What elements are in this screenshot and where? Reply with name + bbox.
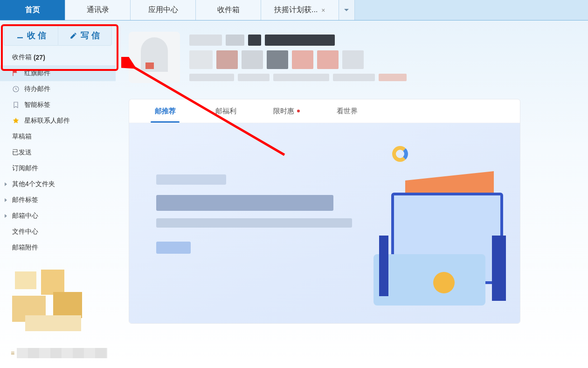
- tab-home[interactable]: 首页: [0, 0, 65, 20]
- close-icon[interactable]: ×: [321, 7, 325, 14]
- sidebar-item-star-contacts[interactable]: 星标联系人邮件: [0, 113, 116, 129]
- profile-header-blurred: [129, 32, 575, 86]
- sidebar-item-mail-center[interactable]: 邮箱中心: [0, 208, 116, 224]
- sidebar-item-smart-tag[interactable]: 智能标签: [0, 97, 116, 113]
- sidebar-item-label: 邮件标签: [12, 196, 38, 204]
- profile-info-blurred: [189, 32, 575, 86]
- sidebar-item-sent[interactable]: 已发送: [0, 145, 116, 160]
- sidebar-item-label: 待办邮件: [24, 85, 50, 93]
- flag-icon: [12, 69, 20, 77]
- star-icon: [12, 117, 20, 125]
- sidebar-item-label: 其他4个文件夹: [12, 180, 55, 188]
- sidebar-item-file-center[interactable]: 文件中心: [0, 224, 116, 240]
- sidebar-item-drafts[interactable]: 草稿箱: [0, 129, 116, 145]
- card-tab-recommend[interactable]: 邮推荐: [135, 99, 195, 123]
- card-tab-label: 看世界: [337, 107, 358, 116]
- card-tab-limited[interactable]: 限时惠: [256, 99, 317, 123]
- tab-inbox-label: 收件箱: [217, 5, 240, 15]
- chevron-right-icon: [4, 198, 8, 202]
- sidebar-item-label: 邮箱附件: [12, 243, 38, 252]
- sidebar-item-flagged[interactable]: 红旗邮件: [0, 65, 116, 81]
- chevron-right-icon: [4, 182, 8, 187]
- tab-inbox[interactable]: 收件箱: [196, 0, 261, 20]
- write-label: 写 信: [81, 30, 100, 41]
- sidebar-item-label: 已发送: [12, 148, 32, 157]
- sidebar-item-label: 草稿箱: [12, 132, 32, 141]
- tab-message-label: 扶摇计划获...: [274, 5, 318, 15]
- tab-apps[interactable]: 应用中心: [131, 0, 196, 20]
- tab-contacts-label: 通讯录: [87, 5, 109, 15]
- receive-label: 收 信: [27, 30, 46, 41]
- sidebar-item-subscribed[interactable]: 订阅邮件: [0, 160, 116, 176]
- nav-list: 收件箱 (27) 红旗邮件 待办邮件 智能标签 星标联系人邮件 草稿箱: [0, 49, 116, 256]
- card-tab-label: 邮福利: [215, 107, 236, 116]
- promo-text-blurred: [156, 174, 333, 261]
- card-tab-label: 邮推荐: [155, 107, 176, 116]
- inbox-count: (27): [34, 54, 45, 61]
- sidebar-item-label: 邮箱中心: [12, 212, 38, 220]
- sidebar: 收 信 写 信 收件箱 (27) 红旗邮件 待办邮件 智能标签: [0, 21, 116, 368]
- tab-contacts[interactable]: 通讯录: [65, 0, 131, 20]
- card-tab-label: 限时惠: [273, 107, 294, 116]
- sidebar-item-todo[interactable]: 待办邮件: [0, 81, 116, 97]
- avatar-placeholder: [129, 32, 180, 83]
- top-tab-bar: 首页 通讯录 应用中心 收件箱 扶摇计划获... ×: [0, 0, 588, 21]
- sidebar-item-label: 订阅邮件: [12, 164, 38, 173]
- promo-card-body: [129, 123, 520, 323]
- sidebar-item-label: 智能标签: [24, 101, 50, 109]
- sidebar-ad-placeholder: [8, 269, 97, 343]
- chevron-down-icon: [344, 7, 349, 13]
- write-button[interactable]: 写 信: [58, 25, 112, 46]
- tab-apps-label: 应用中心: [148, 5, 178, 15]
- download-icon: [16, 31, 24, 40]
- receive-button[interactable]: 收 信: [4, 25, 58, 46]
- blurred-text-strip: [17, 348, 107, 358]
- sidebar-item-attachments[interactable]: 邮箱附件: [0, 240, 116, 256]
- sidebar-item-inbox[interactable]: 收件箱 (27): [0, 49, 116, 65]
- main-content: 邮推荐 邮福利 限时惠 看世界: [116, 21, 588, 368]
- sidebar-item-other-folders[interactable]: 其他4个文件夹: [0, 176, 116, 192]
- promo-illustration: [357, 142, 506, 315]
- chevron-right-icon: [4, 214, 8, 218]
- sidebar-item-mail-tags[interactable]: 邮件标签: [0, 192, 116, 208]
- notification-dot-icon: [297, 110, 300, 112]
- compose-bar: 收 信 写 信: [4, 25, 112, 46]
- tab-home-label: 首页: [25, 5, 40, 15]
- drag-handle-icon: ≡: [8, 349, 17, 357]
- pencil-icon: [69, 31, 78, 40]
- card-tab-bar: 邮推荐 邮福利 限时惠 看世界: [129, 99, 520, 123]
- card-tab-world[interactable]: 看世界: [317, 99, 377, 123]
- sidebar-item-label: 收件箱: [12, 53, 32, 62]
- sidebar-item-label: 红旗邮件: [24, 69, 50, 77]
- bookmark-icon: [12, 101, 20, 109]
- tab-more[interactable]: [339, 0, 355, 20]
- promo-card: 邮推荐 邮福利 限时惠 看世界: [129, 99, 520, 324]
- card-tab-welfare[interactable]: 邮福利: [195, 99, 256, 123]
- sidebar-item-label: 星标联系人邮件: [24, 117, 70, 125]
- clock-icon: [12, 85, 20, 93]
- tab-message[interactable]: 扶摇计划获... ×: [261, 0, 339, 20]
- sidebar-footer-strip: ≡: [8, 348, 107, 358]
- sidebar-item-label: 文件中心: [12, 228, 38, 236]
